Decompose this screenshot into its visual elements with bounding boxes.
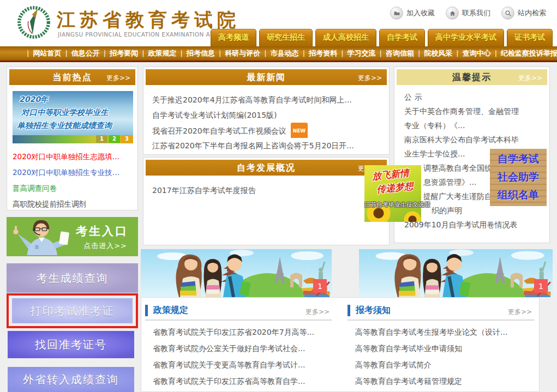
essay-banner-line: 传递梦想 — [376, 180, 414, 196]
utility-links: 加入收藏 联系我们 站内检索 — [390, 7, 546, 20]
nav-item-inquiry-mailbox[interactable]: 咨询信箱 — [376, 49, 414, 57]
nav-item-college-gallery[interactable]: 院校风采 — [414, 49, 452, 57]
news-item[interactable]: 2017年江苏自学考试年度报告 — [152, 183, 384, 198]
policy-item[interactable]: 省教育考试院关于印发江苏省高等教育自学... — [153, 373, 332, 389]
notice-item[interactable]: 高等教育自学考试考籍管理规定 — [355, 373, 534, 389]
notice-item[interactable]: 高等教育自学考试考试时间及注意事项 — [355, 389, 534, 392]
students-globe-illustration — [141, 249, 332, 297]
site-logo — [15, 4, 52, 41]
retrieve-ticket-number-button[interactable]: 找回准考证号 — [8, 331, 134, 358]
nav-item-info-disclosure[interactable]: 信息公开 — [61, 49, 99, 57]
hot-link[interactable]: 高职院校提前招生调剂 — [13, 196, 134, 212]
policy-list: 省教育考试院关于印发江苏省2020年7月高等... 省教育考试院办公室关于做好自… — [145, 324, 332, 392]
hot-link[interactable]: 2020对口中职单独招生志愿填... — [13, 149, 134, 165]
news-item[interactable]: 我省召开2020年自学考试工作视频会议NEW — [152, 123, 384, 138]
policy-item[interactable]: 省教育考试院关于变更高等教育自学考试计... — [153, 357, 332, 373]
more-link[interactable]: 更多>> — [358, 74, 382, 83]
site-search-link[interactable]: 站内检索 — [501, 7, 546, 20]
tips-line[interactable]: 关于中英合作商务管理、金融管理 — [404, 104, 546, 118]
tips-line[interactable]: 2009年10月自学考试用卷情况表 — [404, 218, 546, 232]
hot-banner-image[interactable]: 2020年 对口中等职业学校毕业生 单独招生专业技能成绩查询 1 2 3 — [13, 91, 133, 143]
wood-banner-line: 组织名单 — [490, 186, 547, 204]
score-query-button[interactable]: 考生成绩查询 — [7, 263, 138, 293]
panel-title: 最新新闻 — [146, 72, 387, 83]
policy-item[interactable]: 省教育考试院办公室关于做好自学考试社会... — [153, 340, 332, 357]
blue-bar — [145, 305, 148, 316]
overview-list: 2017年江苏自学考试年度报告 — [152, 183, 384, 198]
tab-adult-college-admission[interactable]: 成人高校招生 — [315, 29, 376, 46]
add-favorite-link[interactable]: 加入收藏 — [390, 7, 435, 20]
news-item[interactable]: 江苏省2020年下半年自考报名网上咨询会将于5月20日开... — [152, 138, 384, 153]
latest-news-panel: 最新新闻 更多>> 关于推迟2020年4月江苏省高等教育自学考试时间和网上...… — [143, 67, 390, 155]
students-globe-illustration — [359, 249, 553, 297]
nav-item-study-exchange[interactable]: 学习交流 — [337, 49, 375, 57]
carousel-page-3[interactable]: 3 — [121, 135, 133, 143]
bottom-panel: 政策规定 更多>> 省教育考试院关于印发江苏省2020年7月高等... 省教育考… — [141, 297, 540, 392]
policy-item[interactable]: 省教育考试院关于印发江苏省高等教育自学... — [153, 389, 332, 392]
blue-bar — [348, 305, 350, 316]
hot-topics-panel: 当前热点 更多>> 2020年 对口中等职业学校毕业生 单独招生专业技能成绩查询… — [7, 67, 138, 210]
notice-header: 报考须知 更多>> — [348, 303, 534, 321]
policy-header: 政策规定 更多>> — [145, 303, 332, 321]
carousel-pager: 1 2 3 — [96, 135, 133, 143]
channel-tabs: 高考频道 研究生招生 成人高校招生 自学考试 高中学业水平考试 证书考试 — [211, 29, 553, 46]
tab-certificate-exam[interactable]: 证书考试 — [507, 29, 553, 46]
tips-line[interactable]: 南京医科大学公布自学考试本科毕 — [404, 132, 546, 147]
study-abroad-banner-2[interactable]: 1 — [359, 249, 553, 297]
main-nav: 网站首页信息公开招考要闻政策规定招考信息科研与评价市县动态招考资料学习交流咨询信… — [0, 46, 557, 62]
section-title: 报考须知 — [356, 305, 391, 316]
news-item[interactable]: 关于推迟2020年4月江苏省高等教育自学考试时间和网上... — [152, 92, 384, 107]
hot-banner-line: 单独招生专业技能成绩查询 — [17, 120, 133, 131]
tips-line[interactable]: 公 示 — [404, 90, 546, 104]
nav-item-city-updates[interactable]: 市县动态 — [260, 49, 298, 57]
carousel-page-1[interactable]: 1 — [96, 135, 107, 143]
nav-item-query-center[interactable]: 查询中心 — [452, 49, 490, 57]
hot-banner-line: 对口中等职业学校毕业生 — [21, 107, 133, 118]
essay-banner-caption: 江苏自考毕业生征文选登 — [364, 201, 421, 209]
more-link[interactable]: 更多>> — [518, 74, 542, 83]
carousel-badge: 1 — [534, 279, 548, 293]
nav-item-exam-info[interactable]: 招考信息 — [177, 49, 215, 57]
section-title: 政策规定 — [153, 305, 188, 316]
tab-postgraduate-admission[interactable]: 研究生招生 — [259, 29, 313, 46]
tab-academic-level-exam[interactable]: 高中学业水平考试 — [428, 29, 504, 46]
notice-item[interactable]: 高等教育自学考试考生报考毕业论文（设计... — [355, 324, 534, 340]
contact-us-link[interactable]: 联系我们 — [446, 7, 490, 20]
hot-link[interactable]: 普高调查问卷 — [13, 180, 134, 196]
tips-line[interactable]: 专业（专科）《... — [404, 118, 546, 132]
home-icon — [446, 7, 459, 20]
carousel-badge: 1 — [313, 279, 327, 293]
hot-banner-line: 2020年 — [19, 95, 133, 105]
tab-gaokao-channel[interactable]: 高考频道 — [211, 29, 256, 46]
candidate-entrance-banner[interactable]: 考生入口 点击进入>> — [7, 217, 138, 256]
entrance-title: 考生入口 — [76, 224, 128, 239]
notice-list: 高等教育自学考试考生报考毕业论文（设计... 高等教育自学考试毕业申请须知 高等… — [348, 324, 534, 392]
essay-float-banner[interactable]: 放飞新情 传递梦想 江苏自考毕业生征文选登 — [364, 165, 421, 222]
page: 江苏省教育考试院 JIANGSU PROVINCIAL EDUCATION EX… — [0, 0, 557, 392]
nav-item-policy[interactable]: 政策规定 — [138, 49, 176, 57]
nav-item-exam-materials[interactable]: 招考资料 — [299, 49, 337, 57]
news-item[interactable]: 自学考试专业考试计划简编(2015版) — [152, 107, 384, 123]
tab-self-study-exam[interactable]: 自学考试 — [379, 29, 425, 46]
more-link[interactable]: 更多>> — [306, 307, 330, 317]
transfer-score-query-button[interactable]: 外省转入成绩查询 — [8, 367, 134, 392]
main-content: 当前热点 更多>> 2020年 对口中等职业学校毕业生 单独招生专业技能成绩查询… — [0, 62, 557, 392]
nav-item-research-evaluation[interactable]: 科研与评价 — [215, 49, 260, 57]
hot-link[interactable]: 2020对口中职单独招生专业技... — [13, 165, 134, 180]
nav-item-discipline-report[interactable]: 纪检监察投诉举报 — [491, 49, 557, 57]
nav-item-exam-news[interactable]: 招考要闻 — [100, 49, 138, 57]
study-abroad-banner-1[interactable]: 1 — [141, 249, 332, 297]
nav-item-home[interactable]: 网站首页 — [23, 49, 61, 57]
print-admission-ticket-button[interactable]: 打印考试准考证 — [12, 298, 133, 323]
notice-item[interactable]: 高等教育自学考试毕业申请须知 — [355, 340, 534, 357]
notice-item[interactable]: 高等教育自学考试简介 — [355, 357, 534, 373]
agent-illustration — [9, 217, 80, 256]
more-link[interactable]: 更多>> — [508, 307, 532, 317]
tips-header: 温馨提示 更多>> — [397, 69, 547, 85]
policy-item[interactable]: 省教育考试院关于印发江苏省2020年7月高等... — [153, 324, 332, 340]
more-link[interactable]: 更多>> — [106, 74, 130, 83]
social-aid-float-banner[interactable]: 自学考试 社会助学 组织名单 — [490, 149, 547, 206]
overview-header: 自考发展概况 更多>> — [146, 160, 387, 176]
carousel-page-2[interactable]: 2 — [109, 135, 120, 143]
latest-news-header: 最新新闻 更多>> — [146, 69, 387, 85]
